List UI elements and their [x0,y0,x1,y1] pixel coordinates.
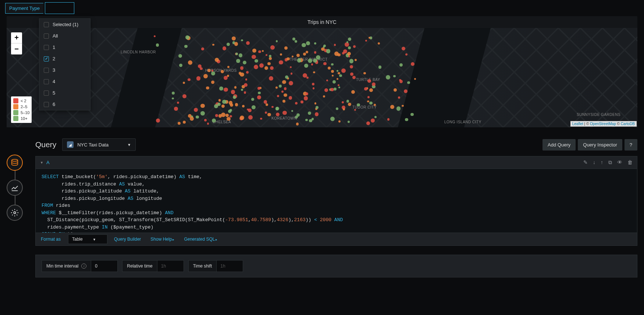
dropdown-option[interactable]: 6 [39,99,90,110]
map-data-point [284,46,288,50]
map-legend: < 22–55–1010+ [11,96,32,123]
sql-editor[interactable]: SELECT time_bucket('5m', rides.pickup_da… [35,169,637,233]
zoom-in-button[interactable]: + [11,32,22,43]
map-data-point [326,49,330,53]
map-data-point [188,60,192,65]
map-data-point [305,92,308,95]
map-data-point [172,92,175,95]
duplicate-icon[interactable]: ⧉ [608,159,612,166]
dropdown-option[interactable]: 2 [39,53,90,64]
legend-swatch [13,98,18,103]
map-data-point [232,36,236,40]
map-data-point [252,105,256,109]
map-data-point [374,104,376,106]
generated-sql-link[interactable]: Generated SQL▸ [181,234,220,244]
zoom-control: + − [11,32,22,54]
map-data-point [338,86,340,88]
map-data-point [334,52,339,56]
visibility-icon[interactable]: 👁 [617,159,622,166]
dropdown-option[interactable]: 3 [39,64,90,76]
map-data-point [398,96,400,99]
move-up-icon[interactable]: ↑ [601,159,603,166]
chevron-down-icon: ▼ [93,238,96,241]
collapse-caret-icon: ▼ [40,161,43,164]
map-data-point [269,76,273,81]
map-data-point [211,71,215,75]
carto-link[interactable]: CartoDB [621,122,635,126]
legend-label: 5–10 [21,110,29,115]
map-data-point [351,90,355,94]
legend-swatch [13,110,18,115]
format-select[interactable]: Table ▼ [68,234,107,244]
map-data-point [289,96,292,100]
map-data-point [269,57,272,60]
filter-value-input[interactable] [45,2,74,14]
datasource-select[interactable]: ◢ NYC Taxi Data ▼ [62,138,136,151]
svg-point-0 [12,159,18,162]
map-data-point [259,63,264,68]
query-builder-link[interactable]: Query Builder [111,234,144,244]
dropdown-option[interactable]: 5 [39,87,90,99]
map-data-point [279,60,283,64]
dropdown-all-option[interactable]: All [39,30,90,42]
legend-label: < 2 [21,99,26,103]
dropdown-option[interactable]: 1 [39,42,90,53]
query-row-header[interactable]: ▼ A ✎ ↓ ↑ ⧉ 👁 🗑 [35,156,637,169]
delete-icon[interactable]: 🗑 [627,159,633,166]
query-letter: A [46,160,50,165]
map-data-point [300,100,303,103]
legend-label: 2–5 [21,105,27,109]
map-data-point [316,106,319,109]
map-data-point [314,51,317,54]
payment-type-dropdown: Selected (1) All 123456 [39,18,90,110]
query-inspector-button[interactable]: Query Inspector [578,139,622,151]
map-attribution: Leaflet | © OpenStreetMap © CartoDB [570,121,637,127]
dropdown-selected-header[interactable]: Selected (1) [39,19,90,30]
chevron-right-icon: ▸ [172,238,174,241]
osm-link[interactable]: OpenStreetMap [590,122,616,126]
settings-tab-icon[interactable] [7,205,23,221]
map-data-point [285,75,288,79]
filter-bar: Payment Type [0,0,644,16]
map-data-point [224,76,228,80]
map-data-point [240,66,243,70]
leaflet-link[interactable]: Leaflet [572,122,583,126]
add-query-button[interactable]: Add Query [542,139,576,151]
map-data-point [178,54,182,58]
dropdown-option[interactable]: 4 [39,76,90,87]
map-data-point [246,41,250,45]
min-time-input[interactable] [91,261,117,272]
map-data-point [184,45,187,48]
checkbox-icon [44,33,49,39]
datasource-tab-icon[interactable] [7,155,23,171]
dropdown-all-label: All [53,33,58,39]
relative-time-group: Relative time [122,260,184,272]
query-actions: Add Query Query Inspector ? [542,139,637,151]
map-data-point [405,118,408,121]
map-data-point [239,53,242,57]
dropdown-option-label: 6 [53,102,55,107]
visualization-tab-icon[interactable] [7,180,23,196]
info-icon[interactable]: i [81,263,86,269]
zoom-out-button[interactable]: − [11,43,22,54]
map-data-point [284,93,287,97]
map-data-point [323,62,327,66]
map-data-point [275,86,278,89]
dropdown-option-label: 1 [53,45,55,50]
query-help-button[interactable]: ? [625,139,637,151]
map-viewport[interactable]: LINCOLN HARBORHUDSON YARDSCHELSEATHEATER… [7,28,637,127]
edit-icon[interactable]: ✎ [583,159,588,166]
map-data-point [405,53,408,56]
map-data-point [355,59,357,61]
legend-swatch [13,116,18,121]
query-row-actions: ✎ ↓ ↑ ⧉ 👁 🗑 [583,159,633,166]
map-data-point [212,44,214,46]
checkbox-icon [44,91,49,96]
relative-time-input[interactable] [157,261,184,272]
map-data-point [386,75,390,79]
move-down-icon[interactable]: ↓ [593,159,595,166]
time-shift-group: Time shift [188,260,243,272]
time-shift-input[interactable] [216,261,243,272]
show-help-link[interactable]: Show Help▸ [147,234,177,244]
map-data-point [234,42,238,46]
